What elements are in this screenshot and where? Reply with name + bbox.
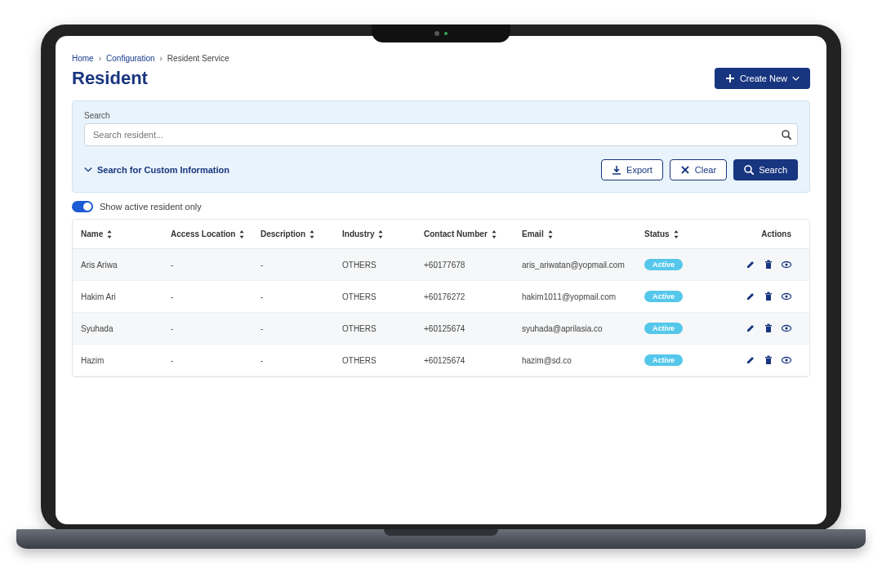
status-badge: Active bbox=[644, 323, 683, 334]
cell-description: - bbox=[261, 292, 342, 301]
cell-name: Hazim bbox=[81, 356, 171, 365]
col-contact-label: Contact Number bbox=[424, 229, 488, 238]
view-button[interactable] bbox=[782, 292, 791, 301]
resident-table: Name Access Location Description Industr… bbox=[72, 219, 810, 377]
cell-description: - bbox=[261, 261, 342, 270]
sort-icon bbox=[106, 230, 113, 238]
page-title: Resident bbox=[72, 68, 148, 89]
cell-industry: OTHERS bbox=[342, 292, 424, 301]
sort-icon bbox=[238, 230, 245, 238]
cell-industry: OTHERS bbox=[342, 324, 424, 333]
col-email[interactable]: Email bbox=[522, 229, 644, 238]
trash-icon bbox=[764, 355, 773, 365]
delete-button[interactable] bbox=[764, 260, 773, 270]
pencil-icon bbox=[746, 323, 755, 333]
active-toggle-row: Show active resident only bbox=[72, 201, 810, 212]
create-new-label: Create New bbox=[740, 74, 787, 83]
cell-status: Active bbox=[644, 291, 718, 302]
edit-button[interactable] bbox=[746, 292, 755, 301]
col-industry-label: Industry bbox=[342, 229, 374, 238]
pencil-icon bbox=[746, 260, 755, 270]
delete-button[interactable] bbox=[764, 355, 773, 365]
col-contact[interactable]: Contact Number bbox=[424, 229, 522, 238]
cell-email: syuhada@aprilasia.co bbox=[522, 324, 644, 333]
active-only-toggle[interactable] bbox=[72, 201, 93, 212]
cell-status: Active bbox=[644, 323, 718, 334]
col-access-location-label: Access Location bbox=[171, 229, 235, 238]
laptop-notch bbox=[372, 24, 510, 42]
col-description-label: Description bbox=[261, 229, 305, 238]
search-icon[interactable] bbox=[782, 130, 791, 140]
cell-name: Aris Ariwa bbox=[81, 261, 171, 270]
app-screen: Home › Configuration › Resident Service … bbox=[56, 36, 826, 524]
cell-industry: OTHERS bbox=[342, 356, 424, 365]
cell-actions bbox=[718, 292, 791, 301]
search-panel: Search Search for Custom Information Exp… bbox=[72, 100, 810, 193]
col-email-label: Email bbox=[522, 229, 544, 238]
cell-actions bbox=[718, 323, 791, 333]
cell-email: hazim@sd.co bbox=[522, 356, 644, 365]
eye-icon bbox=[782, 355, 791, 365]
col-actions: Actions bbox=[718, 229, 791, 238]
cell-description: - bbox=[261, 324, 342, 333]
chevron-right-icon: › bbox=[160, 54, 163, 63]
cell-contact: +60125674 bbox=[424, 356, 522, 365]
breadcrumb-resident-service: Resident Service bbox=[167, 54, 229, 63]
create-new-button[interactable]: Create New bbox=[715, 68, 810, 89]
eye-icon bbox=[782, 260, 791, 270]
col-status[interactable]: Status bbox=[644, 229, 718, 238]
cell-status: Active bbox=[644, 354, 718, 366]
cell-name: Hakim Ari bbox=[81, 292, 171, 301]
laptop-base bbox=[16, 529, 866, 549]
status-badge: Active bbox=[644, 291, 683, 302]
breadcrumb-configuration[interactable]: Configuration bbox=[106, 54, 154, 63]
search-row bbox=[84, 123, 798, 146]
view-button[interactable] bbox=[782, 355, 791, 365]
delete-button[interactable] bbox=[764, 292, 773, 301]
edit-button[interactable] bbox=[746, 323, 755, 333]
edit-button[interactable] bbox=[746, 355, 755, 365]
export-button[interactable]: Export bbox=[601, 159, 663, 180]
table-row: Aris Ariwa--OTHERS+60177678aris_ariwatan… bbox=[73, 249, 809, 281]
col-industry[interactable]: Industry bbox=[342, 229, 424, 238]
sort-icon bbox=[673, 230, 679, 238]
pencil-icon bbox=[746, 355, 755, 365]
toggle-knob bbox=[83, 203, 91, 211]
view-button[interactable] bbox=[782, 260, 791, 270]
col-actions-label: Actions bbox=[761, 229, 791, 238]
col-name-label: Name bbox=[81, 229, 103, 238]
delete-button[interactable] bbox=[764, 323, 773, 333]
trash-icon bbox=[764, 260, 773, 270]
search-input[interactable] bbox=[84, 123, 798, 146]
download-icon bbox=[612, 165, 621, 175]
cell-access-location: - bbox=[171, 292, 261, 301]
search-actions: Export Clear Search bbox=[601, 159, 798, 180]
col-name[interactable]: Name bbox=[81, 229, 171, 238]
breadcrumb-home[interactable]: Home bbox=[72, 54, 94, 63]
cell-contact: +60125674 bbox=[424, 324, 522, 333]
search-button[interactable]: Search bbox=[733, 159, 798, 180]
col-description[interactable]: Description bbox=[261, 229, 342, 238]
clear-button[interactable]: Clear bbox=[670, 159, 727, 180]
cell-access-location: - bbox=[171, 261, 261, 270]
col-access-location[interactable]: Access Location bbox=[171, 229, 261, 238]
table-row: Hazim--OTHERS+60125674hazim@sd.coActive bbox=[73, 345, 809, 376]
sort-icon bbox=[309, 230, 315, 238]
plus-icon bbox=[725, 74, 735, 83]
caret-down-icon bbox=[792, 75, 800, 82]
sort-icon bbox=[377, 230, 384, 238]
search-custom-info-toggle[interactable]: Search for Custom Information bbox=[84, 165, 229, 175]
search-custom-info-label: Search for Custom Information bbox=[97, 165, 229, 175]
edit-button[interactable] bbox=[746, 260, 755, 270]
cell-actions bbox=[718, 355, 791, 365]
cell-description: - bbox=[261, 356, 342, 365]
table-header: Name Access Location Description Industr… bbox=[73, 220, 809, 249]
search-btn-label: Search bbox=[759, 165, 787, 175]
view-button[interactable] bbox=[782, 323, 791, 333]
camera-led bbox=[444, 32, 448, 35]
cell-email: hakim1011@yopmail.com bbox=[522, 292, 644, 301]
cell-contact: +60176272 bbox=[424, 292, 522, 301]
eye-icon bbox=[782, 292, 791, 301]
export-label: Export bbox=[626, 165, 653, 175]
caret-down-icon bbox=[84, 166, 92, 174]
